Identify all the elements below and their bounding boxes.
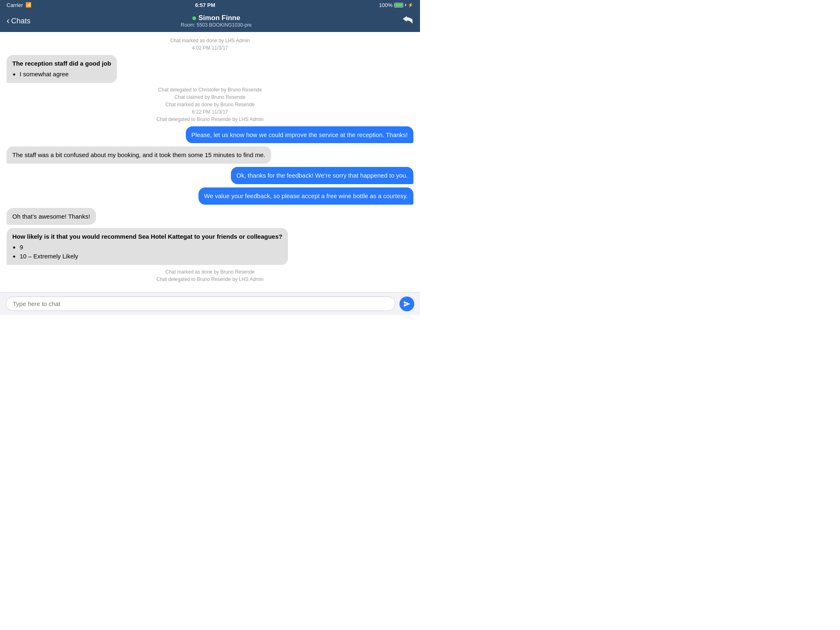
outgoing-bubble: We value your feedback, so please accept… <box>7 187 413 205</box>
bubble-text: Please, let us know how we could improve… <box>186 126 414 144</box>
reply-icon <box>402 15 413 24</box>
nav-center: Simon Finne Room: 5503 BOOKING1030-pre <box>181 14 252 28</box>
back-button[interactable]: ‹ Chats <box>7 16 30 25</box>
reply-button[interactable] <box>402 15 413 27</box>
bubble-text: How likely is it that you would recommen… <box>7 228 288 265</box>
bubble-text: We value your feedback, so please accept… <box>199 187 413 205</box>
wifi-icon: 📶 <box>25 2 32 8</box>
status-time: 6:57 PM <box>195 2 215 8</box>
system-message: Chat marked as done by LHS Admin4:02 PM … <box>7 37 413 52</box>
input-bar <box>0 292 420 315</box>
battery-label: 100% <box>379 2 393 8</box>
charging-icon: ⚡ <box>408 2 413 8</box>
back-label: Chats <box>11 17 30 25</box>
status-right: 100% ⚡ <box>379 2 413 8</box>
bubble-text: Ok, thanks for the feedback! We’re sorry… <box>231 167 413 184</box>
nav-bar: ‹ Chats Simon Finne Room: 5503 BOOKING10… <box>0 10 420 32</box>
outgoing-bubble: Ok, thanks for the feedback! We’re sorry… <box>7 167 413 184</box>
carrier-label: Carrier <box>7 2 23 8</box>
battery-tip <box>405 4 406 6</box>
bubble-text: The staff was a bit confused about my bo… <box>7 146 271 164</box>
incoming-bubble: The reception staff did a good jobI some… <box>7 55 291 83</box>
incoming-bubble: The staff was a bit confused about my bo… <box>7 146 373 164</box>
send-icon <box>403 300 411 308</box>
system-message: Chat marked as done by Bruno ResendeChat… <box>7 268 413 283</box>
status-left: Carrier 📶 <box>7 2 32 8</box>
room-info: Room: 5503 BOOKING1030-pre <box>181 22 252 28</box>
bubble-text: Oh that’s awesome! Thanks! <box>7 208 96 225</box>
incoming-bubble: Oh that’s awesome! Thanks! <box>7 208 373 225</box>
incoming-bubble: How likely is it that you would recommen… <box>7 228 373 265</box>
send-button[interactable] <box>399 297 414 311</box>
nav-title: Simon Finne <box>181 14 252 22</box>
battery-icon <box>394 3 403 7</box>
chat-area: Chat marked as done by LHS Admin4:02 PM … <box>0 32 420 292</box>
contact-name: Simon Finne <box>199 14 240 22</box>
chat-input[interactable] <box>6 297 395 311</box>
system-message: Chat delegated to Christofer by Bruno Re… <box>7 86 413 123</box>
status-bar: Carrier 📶 6:57 PM 100% ⚡ <box>0 0 420 10</box>
back-arrow-icon: ‹ <box>7 16 9 25</box>
online-status-dot <box>192 16 196 20</box>
bubble-text: The reception staff did a good jobI some… <box>7 55 117 83</box>
outgoing-bubble: Please, let us know how we could improve… <box>7 126 413 144</box>
